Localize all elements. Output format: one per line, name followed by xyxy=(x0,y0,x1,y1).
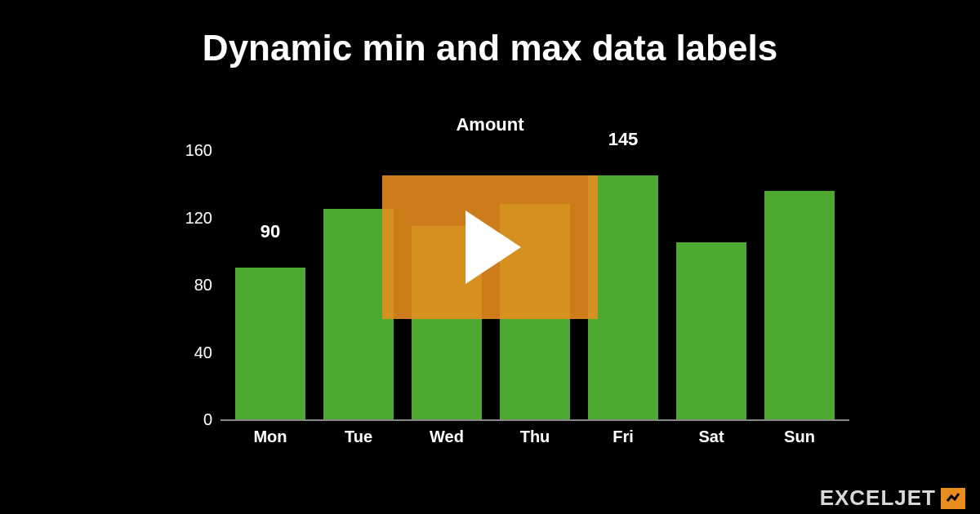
page-title: Dynamic min and max data labels xyxy=(0,28,980,69)
x-label: Mon xyxy=(235,421,305,460)
y-tick-label: 160 xyxy=(180,141,212,160)
y-tick-label: 0 xyxy=(180,410,212,429)
bar xyxy=(235,268,305,419)
x-label: Tue xyxy=(323,421,394,460)
bar xyxy=(764,191,835,420)
bar xyxy=(676,242,746,419)
x-label: Sat xyxy=(676,421,746,460)
play-button[interactable] xyxy=(382,175,598,319)
x-label: Thu xyxy=(500,421,570,460)
play-icon xyxy=(457,210,523,284)
y-tick-label: 80 xyxy=(180,276,212,295)
y-tick-label: 40 xyxy=(180,343,212,361)
data-label: 90 xyxy=(261,221,280,242)
brand-text: EXCELJET xyxy=(820,485,936,511)
x-label: Wed xyxy=(412,421,482,460)
x-axis-labels: MonTueWedThuFriSatSun xyxy=(220,421,849,460)
x-label: Sun xyxy=(764,421,835,460)
svg-marker-0 xyxy=(466,210,521,284)
bar-mon: 90 xyxy=(235,150,305,419)
chart-title: Amount xyxy=(0,114,980,135)
bar-fri: 145 xyxy=(588,150,658,419)
brand-mark-icon xyxy=(941,488,965,509)
bar-sun xyxy=(764,150,835,419)
y-tick-label: 120 xyxy=(180,208,212,227)
bar xyxy=(588,175,658,419)
x-label: Fri xyxy=(588,421,658,460)
data-label: 145 xyxy=(608,129,639,150)
bar-sat xyxy=(676,150,746,419)
brand-logo: EXCELJET xyxy=(820,485,965,511)
